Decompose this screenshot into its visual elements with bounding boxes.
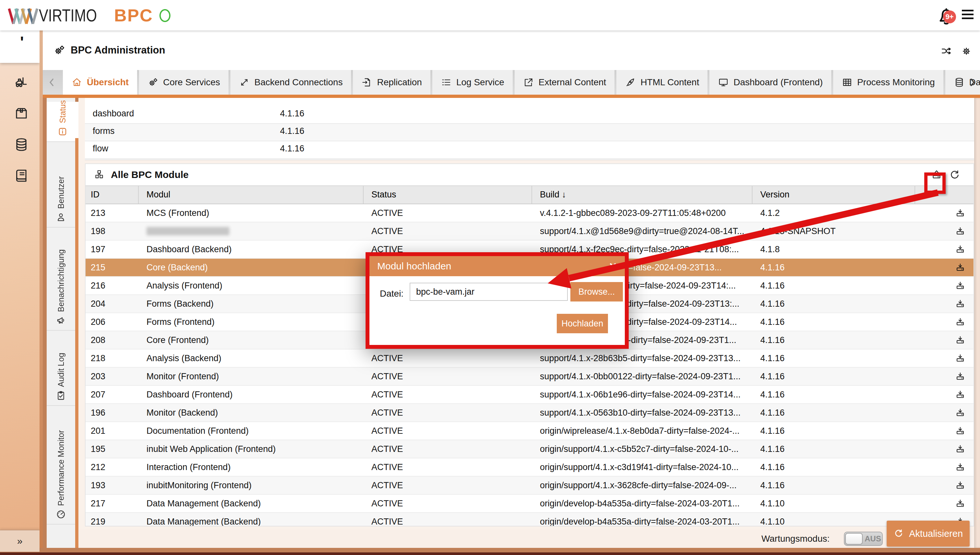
refresh-button[interactable]: Aktualisieren bbox=[887, 521, 970, 547]
package-icon[interactable] bbox=[14, 106, 29, 121]
module-row-196[interactable]: 196Monitor (Backend)ACTIVEsupport/4.1.x-… bbox=[86, 404, 974, 422]
module-build: support/4.1.x@1d568e9@dirty=true@2024-08… bbox=[532, 226, 753, 236]
module-row-212[interactable]: 212Interaction (Frontend)ACTIVEorigin/su… bbox=[86, 459, 974, 476]
forklift-icon[interactable] bbox=[14, 74, 29, 90]
column-header-version[interactable]: Version bbox=[753, 186, 915, 204]
tabs-scroll-left-icon[interactable] bbox=[45, 76, 58, 89]
download-module-icon[interactable] bbox=[955, 207, 966, 218]
download-module-icon[interactable] bbox=[955, 280, 966, 291]
dialog-header[interactable]: Modul hochladen ✕ bbox=[370, 256, 625, 276]
sort-arrow-icon: ↓ bbox=[562, 190, 567, 199]
download-module-icon[interactable] bbox=[955, 425, 966, 436]
menu-icon[interactable] bbox=[962, 10, 974, 21]
module-row-218[interactable]: 218Analysis (Backend)ACTIVEsupport/4.1.x… bbox=[86, 350, 974, 367]
module-id: 193 bbox=[86, 480, 139, 491]
column-header-status[interactable]: Status bbox=[363, 186, 532, 204]
tab-log-service[interactable]: Log Service bbox=[432, 70, 513, 95]
maintenance-toggle[interactable]: AUS bbox=[844, 532, 883, 546]
module-name: Analysis (Frontend) bbox=[139, 281, 363, 291]
vertical-tab-status[interactable]: Status bbox=[46, 102, 78, 142]
annotation-highlight-box bbox=[924, 172, 946, 194]
download-module-icon[interactable] bbox=[955, 480, 966, 491]
status-ok-indicator bbox=[159, 9, 170, 22]
settings-gear-icon[interactable] bbox=[961, 45, 972, 57]
top-bar: VIRTIMO BPC 9+ bbox=[0, 0, 980, 30]
vertical-tab-benachrichtigung[interactable]: Benachrichtigung bbox=[46, 228, 75, 330]
module-build: support/4.1.x-0563b10-dirty=false-2024-0… bbox=[532, 408, 753, 418]
module-row-207[interactable]: 207Dashboard (Frontend)ACTIVEsupport/4.1… bbox=[86, 386, 974, 404]
download-module-icon[interactable] bbox=[955, 244, 966, 255]
download-module-icon[interactable] bbox=[955, 462, 966, 473]
tab-external-content[interactable]: External Content bbox=[515, 70, 615, 95]
tabs-scroll-right-icon[interactable] bbox=[966, 76, 979, 89]
module-build: origin/support/4.1.x-3628cfe-dirty=false… bbox=[532, 480, 753, 491]
module-row-195[interactable]: 195inubit Web Application (Frontend)ACTI… bbox=[86, 440, 974, 459]
vertical-tab-audit-log[interactable]: Audit Log bbox=[46, 330, 75, 406]
module-version: 4.1.16 bbox=[753, 444, 915, 454]
tab-process-monitoring[interactable]: Process Monitoring bbox=[833, 70, 943, 95]
tab-label: Process Monitoring bbox=[857, 77, 935, 88]
refresh-table-icon[interactable] bbox=[949, 169, 961, 181]
module-name: Interaction (Frontend) bbox=[139, 462, 363, 472]
sidebar-logo-tile[interactable]: ' bbox=[0, 30, 40, 63]
arrows-icon bbox=[239, 77, 250, 88]
download-module-icon[interactable] bbox=[955, 335, 966, 346]
download-module-icon[interactable] bbox=[955, 371, 966, 382]
module-status: ACTIVE bbox=[363, 408, 532, 418]
download-module-icon[interactable] bbox=[955, 226, 966, 237]
column-header-build[interactable]: Build ↓ bbox=[532, 186, 753, 204]
module-row-213[interactable]: 213MCS (Frontend)ACTIVEv.4.1.2-1-gbbec08… bbox=[86, 204, 974, 222]
column-header-modul[interactable]: Modul bbox=[139, 186, 363, 204]
module-row-203[interactable]: 203Monitor (Frontend)ACTIVEsupport/4.1.x… bbox=[86, 367, 974, 386]
shuffle-icon[interactable] bbox=[940, 45, 952, 57]
component-name: flow bbox=[93, 144, 108, 154]
download-module-icon[interactable] bbox=[955, 316, 966, 327]
module-row-198[interactable]: 198ACTIVEsupport/4.1.x@1d568e9@dirty=tru… bbox=[86, 222, 974, 241]
module-name: Core (Backend) bbox=[139, 263, 363, 273]
version-row-dashboard[interactable]: dashboard4.1.16 bbox=[85, 98, 974, 124]
close-icon[interactable]: ✕ bbox=[609, 261, 617, 272]
module-build: origin/develop-b4a535a-dirty=false-2024-… bbox=[532, 517, 753, 527]
vertical-tab-benutzer[interactable]: Benutzer bbox=[46, 142, 75, 228]
tab-dashboard-frontend-[interactable]: Dashboard (Frontend) bbox=[709, 70, 831, 95]
modules-icon bbox=[93, 169, 105, 181]
module-row-193[interactable]: 193inubitMonitoring (Frontend)ACTIVEorig… bbox=[86, 476, 974, 495]
tab-bar: ÜbersichtCore ServicesBackend Connection… bbox=[43, 70, 980, 98]
tab-html-content[interactable]: HTML Content bbox=[617, 70, 708, 95]
module-status: ACTIVE bbox=[363, 208, 532, 218]
version-row-forms[interactable]: forms4.1.16 bbox=[85, 124, 974, 141]
vertical-tab-performance-monitor[interactable]: Performance Monitor bbox=[46, 406, 75, 525]
download-module-icon[interactable] bbox=[955, 498, 966, 509]
database-icon[interactable] bbox=[14, 137, 29, 152]
file-input[interactable] bbox=[410, 283, 568, 301]
vertical-scrollbar[interactable] bbox=[974, 98, 980, 548]
sidebar-expand-button[interactable]: » bbox=[0, 530, 40, 552]
download-module-icon[interactable] bbox=[955, 389, 966, 400]
vertical-tab-label: Benutzer bbox=[56, 176, 66, 209]
module-row-219[interactable]: 219Data Management (Backend)ACTIVEorigin… bbox=[86, 513, 974, 526]
module-row-201[interactable]: 201Documentation (Frontend)ACTIVEorigin/… bbox=[86, 422, 974, 440]
component-version: 4.1.16 bbox=[280, 109, 304, 119]
tab-übersicht[interactable]: Übersicht bbox=[63, 70, 137, 95]
book-icon[interactable] bbox=[14, 168, 29, 183]
download-module-icon[interactable] bbox=[955, 298, 966, 309]
module-build: origin/support/4.1.x-c5b52c7-dirty=false… bbox=[532, 444, 753, 454]
tab-replication[interactable]: Replication bbox=[353, 70, 431, 95]
tab-backend-connections[interactable]: Backend Connections bbox=[231, 70, 351, 95]
browse-button[interactable]: Browse... bbox=[570, 282, 623, 302]
app-sidebar: ' » bbox=[0, 30, 43, 548]
column-header-id[interactable]: ID bbox=[86, 186, 139, 204]
upload-button[interactable]: Hochladen bbox=[557, 314, 608, 333]
module-id: 207 bbox=[86, 390, 139, 400]
download-module-icon[interactable] bbox=[955, 353, 966, 364]
toggle-knob[interactable] bbox=[845, 533, 863, 545]
download-module-icon[interactable] bbox=[955, 443, 966, 454]
module-name: Dashboard (Frontend) bbox=[139, 390, 363, 400]
tab-core-services[interactable]: Core Services bbox=[139, 70, 229, 95]
download-module-icon[interactable] bbox=[955, 407, 966, 418]
module-id: 218 bbox=[86, 353, 139, 363]
download-module-icon[interactable] bbox=[955, 262, 966, 273]
module-status: ACTIVE bbox=[363, 226, 532, 236]
version-row-flow[interactable]: flow4.1.16 bbox=[85, 141, 974, 159]
module-row-217[interactable]: 217Data Management (Backend)ACTIVEorigin… bbox=[86, 495, 974, 513]
